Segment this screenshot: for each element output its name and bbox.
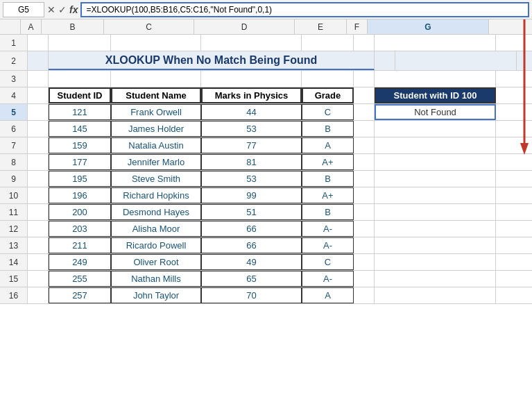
cell-c5[interactable]: Frank Orwell bbox=[111, 104, 201, 120]
cell-c11[interactable]: Desmond Hayes bbox=[111, 204, 201, 220]
lookup-result-cell[interactable]: Not Found bbox=[375, 104, 496, 120]
cell-b5[interactable]: 121 bbox=[49, 104, 111, 120]
cell-a7[interactable] bbox=[28, 137, 49, 153]
cell-g9[interactable] bbox=[375, 171, 496, 187]
cell-c6[interactable]: James Holder bbox=[111, 121, 201, 137]
col-header-c[interactable]: C bbox=[104, 19, 194, 34]
cell-f14[interactable] bbox=[354, 254, 375, 270]
cell-d11[interactable]: 51 bbox=[201, 204, 302, 220]
cell-g2[interactable] bbox=[395, 51, 517, 70]
cell-f2[interactable] bbox=[375, 51, 395, 70]
cell-d6[interactable]: 53 bbox=[201, 121, 302, 137]
cell-d15[interactable]: 65 bbox=[201, 271, 302, 287]
cell-a2[interactable] bbox=[28, 51, 49, 70]
cell-e16[interactable]: A bbox=[302, 287, 354, 303]
cell-b14[interactable]: 249 bbox=[49, 254, 111, 270]
cell-e3[interactable] bbox=[302, 71, 354, 87]
cell-a3[interactable] bbox=[28, 71, 49, 87]
cell-f15[interactable] bbox=[354, 271, 375, 287]
col-header-a[interactable]: A bbox=[21, 19, 42, 34]
cell-g14[interactable] bbox=[375, 254, 496, 270]
cell-g15[interactable] bbox=[375, 271, 496, 287]
cell-c10[interactable]: Richard Hopkins bbox=[111, 187, 201, 203]
cell-f12[interactable] bbox=[354, 221, 375, 237]
confirm-icon[interactable]: ✓ bbox=[58, 4, 67, 15]
cell-e1[interactable] bbox=[302, 35, 354, 51]
cell-e8[interactable]: A+ bbox=[302, 154, 354, 170]
cell-e9[interactable]: B bbox=[302, 171, 354, 187]
cell-f8[interactable] bbox=[354, 154, 375, 170]
cell-a8[interactable] bbox=[28, 154, 49, 170]
cell-d16[interactable]: 70 bbox=[201, 287, 302, 303]
cell-f4[interactable] bbox=[354, 87, 375, 103]
cell-a16[interactable] bbox=[28, 287, 49, 303]
cell-f3[interactable] bbox=[354, 71, 375, 87]
cell-c16[interactable]: John Taylor bbox=[111, 287, 201, 303]
cell-a12[interactable] bbox=[28, 221, 49, 237]
fx-icon[interactable]: fx bbox=[69, 4, 78, 15]
cell-e5[interactable]: C bbox=[302, 104, 354, 120]
cell-f13[interactable] bbox=[354, 237, 375, 253]
cell-a9[interactable] bbox=[28, 171, 49, 187]
cell-f9[interactable] bbox=[354, 171, 375, 187]
cell-c8[interactable]: Jennifer Marlo bbox=[111, 154, 201, 170]
cell-a13[interactable] bbox=[28, 237, 49, 253]
formula-input[interactable]: =XLOOKUP(100,B5:B16,C5:C16,"Not Found",0… bbox=[80, 2, 529, 17]
cell-b8[interactable]: 177 bbox=[49, 154, 111, 170]
col-header-e[interactable]: E bbox=[295, 19, 347, 34]
cell-reference-box[interactable]: G5 bbox=[3, 2, 44, 17]
cell-c14[interactable]: Oliver Root bbox=[111, 254, 201, 270]
cell-b16[interactable]: 257 bbox=[49, 287, 111, 303]
cell-b11[interactable]: 200 bbox=[49, 204, 111, 220]
cell-f11[interactable] bbox=[354, 204, 375, 220]
cell-f10[interactable] bbox=[354, 187, 375, 203]
cell-e13[interactable]: A- bbox=[302, 237, 354, 253]
cell-f5[interactable] bbox=[354, 104, 375, 120]
cell-g6[interactable] bbox=[375, 121, 496, 137]
cell-a15[interactable] bbox=[28, 271, 49, 287]
cell-c13[interactable]: Ricardo Powell bbox=[111, 237, 201, 253]
cell-e7[interactable]: A bbox=[302, 137, 354, 153]
cell-b3[interactable] bbox=[49, 71, 111, 87]
cell-b1[interactable] bbox=[49, 35, 111, 51]
cell-g3[interactable] bbox=[375, 71, 496, 87]
cell-d8[interactable]: 81 bbox=[201, 154, 302, 170]
cell-g13[interactable] bbox=[375, 237, 496, 253]
cell-a5[interactable] bbox=[28, 104, 49, 120]
col-header-g[interactable]: G bbox=[368, 19, 489, 34]
cell-c7[interactable]: Natalia Austin bbox=[111, 137, 201, 153]
cancel-icon[interactable]: ✕ bbox=[47, 4, 55, 15]
cell-d1[interactable] bbox=[201, 35, 302, 51]
cell-a1[interactable] bbox=[28, 35, 49, 51]
cell-g7[interactable] bbox=[375, 137, 496, 153]
cell-a6[interactable] bbox=[28, 121, 49, 137]
cell-d3[interactable] bbox=[201, 71, 302, 87]
cell-d13[interactable]: 66 bbox=[201, 237, 302, 253]
cell-c1[interactable] bbox=[111, 35, 201, 51]
col-header-b[interactable]: B bbox=[42, 19, 104, 34]
cell-g12[interactable] bbox=[375, 221, 496, 237]
cell-b6[interactable]: 145 bbox=[49, 121, 111, 137]
cell-e12[interactable]: A- bbox=[302, 221, 354, 237]
cell-g10[interactable] bbox=[375, 187, 496, 203]
cell-b9[interactable]: 195 bbox=[49, 171, 111, 187]
col-header-f[interactable]: F bbox=[347, 19, 368, 34]
cell-c12[interactable]: Alisha Moor bbox=[111, 221, 201, 237]
cell-f1[interactable] bbox=[354, 35, 375, 51]
cell-a4[interactable] bbox=[28, 87, 49, 103]
col-header-d[interactable]: D bbox=[194, 19, 295, 34]
cell-e10[interactable]: A+ bbox=[302, 187, 354, 203]
cell-c15[interactable]: Nathan Mills bbox=[111, 271, 201, 287]
cell-f16[interactable] bbox=[354, 287, 375, 303]
cell-b12[interactable]: 203 bbox=[49, 221, 111, 237]
cell-b10[interactable]: 196 bbox=[49, 187, 111, 203]
cell-a10[interactable] bbox=[28, 187, 49, 203]
cell-e15[interactable]: A- bbox=[302, 271, 354, 287]
cell-g8[interactable] bbox=[375, 154, 496, 170]
cell-g11[interactable] bbox=[375, 204, 496, 220]
cell-d7[interactable]: 77 bbox=[201, 137, 302, 153]
cell-g16[interactable] bbox=[375, 287, 496, 303]
cell-a11[interactable] bbox=[28, 204, 49, 220]
cell-e6[interactable]: B bbox=[302, 121, 354, 137]
cell-e11[interactable]: B bbox=[302, 204, 354, 220]
